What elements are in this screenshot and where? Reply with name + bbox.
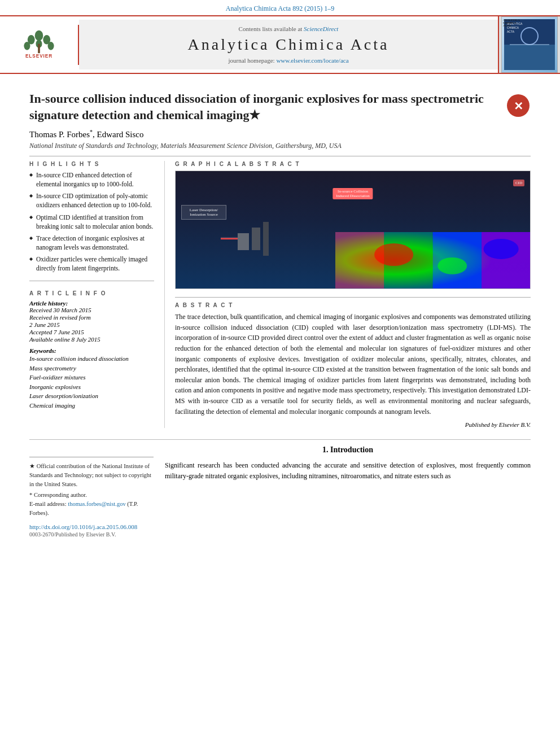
author-name: Thomas P. Forbes xyxy=(29,130,90,139)
journal-homepage: journal homepage: www.elsevier.com/locat… xyxy=(228,57,348,64)
svg-text:ACTA: ACTA xyxy=(507,30,515,33)
journal-citation: Analytica Chimica Acta 892 (2015) 1–9 xyxy=(226,5,334,12)
footnote-section: ★ Official contribution of the National … xyxy=(29,457,154,538)
article-title-row: In-source collision induced dissociation… xyxy=(29,91,531,123)
svg-point-23 xyxy=(438,257,467,274)
svg-text:✕: ✕ xyxy=(514,100,523,112)
highlight-item: Trace detection of inorganic explosives … xyxy=(29,234,154,252)
article-title-container: In-source collision induced dissociation… xyxy=(29,91,531,123)
affiliation: National Institute of Standards and Tech… xyxy=(29,142,531,150)
highlight-item: In-source CID enhanced detection of elem… xyxy=(29,171,154,189)
intro-two-col: ★ Official contribution of the National … xyxy=(29,445,531,538)
journal-header-center: Contents lists available at ScienceDirec… xyxy=(79,20,498,69)
keyword-6: Chemical imaging xyxy=(29,401,154,410)
ga-colorful-image xyxy=(335,232,530,289)
abstract-label: A B S T R A C T xyxy=(175,302,531,308)
received-revised-label: Received in revised form xyxy=(29,314,154,321)
ga-optics xyxy=(221,216,288,261)
elsevier-logo-svg: ELSEVIER xyxy=(14,29,64,60)
svg-rect-18 xyxy=(335,232,384,289)
header-divider xyxy=(29,156,531,156)
svg-rect-25 xyxy=(238,233,249,250)
intro-heading: 1. Introduction xyxy=(165,445,531,455)
article-history: Article history: Received 30 March 2015 … xyxy=(29,300,154,343)
keyword-2: Mass spectrometry xyxy=(29,364,154,373)
journal-title: Analytica Chimica Acta xyxy=(187,36,389,54)
keywords-section: Keywords: In-source collision induced di… xyxy=(29,347,154,410)
graphical-abstract-image: In-source CollisionInduced Dissociation … xyxy=(175,171,531,289)
svg-point-5 xyxy=(48,42,54,50)
article-info-section: A R T I C L E I N F O Article history: R… xyxy=(29,290,154,410)
elsevier-logo-container: ELSEVIER xyxy=(0,25,79,65)
right-divider xyxy=(175,297,531,298)
svg-point-0 xyxy=(35,30,43,40)
received-date: Received 30 March 2015 xyxy=(29,307,154,313)
ga-inner: In-source CollisionInduced Dissociation … xyxy=(176,171,530,289)
highlight-item: Optimal CID identified at transition fro… xyxy=(29,213,154,231)
corresponding-footnote: * Corresponding author. xyxy=(29,491,154,500)
journal-header-line: Analytica Chimica Acta 892 (2015) 1–9 xyxy=(0,0,560,15)
keywords-title: Keywords: xyxy=(29,347,154,354)
keyword-5: Laser desorption/ionization xyxy=(29,391,154,401)
journal-cover-image: ANALYTICACHIMICAACTA ANALYTICA CHIMICA A… xyxy=(501,16,558,73)
graphical-abstract-label: G R A P H I C A L A B S T R A C T xyxy=(175,161,531,167)
journal-cover-thumbnail: ANALYTICACHIMICAACTA ANALYTICA CHIMICA A… xyxy=(498,16,560,73)
ga-cid-short: CID xyxy=(513,180,524,186)
highlights-list: In-source CID enhanced detection of elem… xyxy=(29,171,154,273)
intro-paragraph: Significant research has been conducted … xyxy=(165,460,531,481)
svg-rect-27 xyxy=(263,222,269,256)
email-link[interactable]: thomas.forbes@nist.gov xyxy=(68,501,125,507)
issn-text: 0003-2670/Published by Elsevier B.V. xyxy=(29,531,154,538)
published-by: Published by Elsevier B.V. xyxy=(175,421,531,428)
intro-left: ★ Official contribution of the National … xyxy=(29,445,154,538)
highlight-item: In-source CID optimization of poly-atomi… xyxy=(29,191,154,209)
right-column: G R A P H I C A L A B S T R A C T In-sou… xyxy=(165,161,531,428)
svg-rect-6 xyxy=(38,43,40,53)
article-title-text: In-source collision induced dissociation… xyxy=(29,91,495,123)
homepage-link[interactable]: www.elsevier.com/locate/aca xyxy=(276,57,348,64)
article-title-star: ★ xyxy=(249,108,260,122)
two-col-layout: H I G H L I G H T S In-source CID enhanc… xyxy=(29,161,531,428)
ga-cid-label: In-source CollisionInduced Dissociation xyxy=(333,188,373,199)
available-date: Available online 8 July 2015 xyxy=(29,336,154,343)
svg-point-24 xyxy=(483,239,518,259)
introduction-section: ★ Official contribution of the National … xyxy=(29,439,531,538)
doi-section: http://dx.doi.org/10.1016/j.aca.2015.06.… xyxy=(29,523,154,538)
contents-line: Contents lists available at ScienceDirec… xyxy=(239,25,339,32)
svg-point-3 xyxy=(24,42,30,50)
svg-rect-9 xyxy=(504,45,555,70)
intro-right: 1. Introduction Significant research has… xyxy=(165,445,531,538)
authors-line: Thomas P. Forbes*, Edward Sisco xyxy=(29,129,531,139)
history-title: Article history: xyxy=(29,300,154,307)
star-footnote: ★ Official contribution of the National … xyxy=(29,462,154,488)
abstract-section: A B S T R A C T The trace detection, bul… xyxy=(175,302,531,428)
highlights-divider xyxy=(29,281,154,281)
doi-link[interactable]: http://dx.doi.org/10.1016/j.aca.2015.06.… xyxy=(29,523,154,530)
intro-text: Significant research has been conducted … xyxy=(165,460,531,481)
graphical-abstract-section: G R A P H I C A L A B S T R A C T In-sou… xyxy=(175,161,531,289)
svg-point-22 xyxy=(374,243,413,266)
journal-header-band: ELSEVIER Contents lists available at Sci… xyxy=(0,15,560,74)
email-footnote: E-mail address: thomas.forbes@nist.gov (… xyxy=(29,500,154,518)
keyword-3: Fuel-oxidizer mixtures xyxy=(29,373,154,382)
abstract-paragraph: The trace detection, bulk quantification… xyxy=(175,312,531,417)
accepted-date: Accepted 7 June 2015 xyxy=(29,329,154,335)
author-comma: , Edward Sisco xyxy=(93,130,143,139)
left-column: H I G H L I G H T S In-source CID enhanc… xyxy=(29,161,165,428)
abstract-text: The trace detection, bulk quantification… xyxy=(175,312,531,417)
ga-laser-source: Laser Desorption/Ionization Source xyxy=(181,205,226,220)
highlights-section: H I G H L I G H T S In-source CID enhanc… xyxy=(29,161,154,273)
main-content: In-source collision induced dissociation… xyxy=(0,74,560,538)
highlight-item: Oxidizer particles were chemically image… xyxy=(29,255,154,273)
article-info-label: A R T I C L E I N F O xyxy=(29,290,154,296)
sciencedirect-link[interactable]: ScienceDirect xyxy=(304,25,338,32)
svg-rect-26 xyxy=(252,228,260,250)
revised-date: 2 June 2015 xyxy=(29,321,154,328)
keyword-1: In-source collision induced dissociation xyxy=(29,354,154,364)
svg-text:ELSEVIER: ELSEVIER xyxy=(25,54,53,59)
keyword-4: Inorganic explosives xyxy=(29,382,154,392)
highlights-label: H I G H L I G H T S xyxy=(29,161,154,167)
crossmark-logo: ✕ xyxy=(506,93,531,118)
